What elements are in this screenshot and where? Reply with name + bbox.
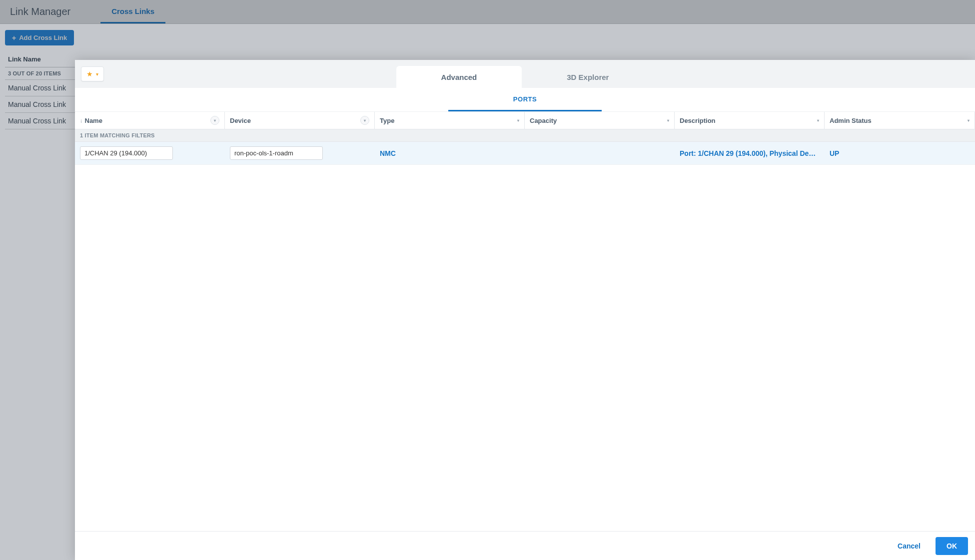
cell-description: Port: 1/CHAN 29 (194.000), Physical De… bbox=[675, 142, 825, 164]
col-header-name[interactable]: ↓ Name ▾ bbox=[75, 112, 225, 129]
table-row[interactable]: NMC Port: 1/CHAN 29 (194.000), Physical … bbox=[75, 142, 975, 165]
col-header-capacity[interactable]: Capacity ▾ bbox=[525, 112, 675, 129]
name-filter-input[interactable] bbox=[80, 146, 173, 160]
tab-advanced[interactable]: Advanced bbox=[396, 66, 522, 88]
favorites-button[interactable]: ★ ▾ bbox=[81, 66, 104, 81]
filter-summary-label: 1 ITEM MATCHING FILTERS bbox=[75, 129, 975, 141]
sort-ascending-icon: ↓ bbox=[80, 117, 83, 123]
type-value: NMC bbox=[380, 149, 396, 157]
column-menu-icon[interactable]: ▾ bbox=[667, 118, 669, 123]
col-capacity-label: Capacity bbox=[530, 117, 557, 124]
col-admin-label: Admin Status bbox=[830, 117, 872, 124]
cell-name bbox=[75, 142, 225, 164]
col-header-type[interactable]: Type ▾ bbox=[375, 112, 525, 129]
col-header-admin-status[interactable]: Admin Status ▾ bbox=[825, 112, 975, 129]
ports-grid: ↓ Name ▾ Device ▾ Type ▾ Capacity ▾ Desc… bbox=[75, 112, 975, 531]
subtab-ports[interactable]: PORTS bbox=[448, 88, 602, 111]
ok-button[interactable]: OK bbox=[936, 537, 968, 555]
col-description-label: Description bbox=[680, 117, 716, 124]
modal-footer: Cancel OK bbox=[75, 531, 975, 560]
grid-filter-summary: 1 ITEM MATCHING FILTERS bbox=[75, 129, 975, 142]
cancel-button[interactable]: Cancel bbox=[889, 537, 930, 555]
column-menu-icon[interactable]: ▾ bbox=[517, 118, 519, 123]
column-filter-icon[interactable]: ▾ bbox=[360, 116, 369, 125]
tab-3d-explorer-label: 3D Explorer bbox=[567, 73, 609, 81]
subtab-ports-label: PORTS bbox=[513, 95, 537, 103]
column-filter-icon[interactable]: ▾ bbox=[210, 116, 219, 125]
cell-capacity bbox=[525, 142, 675, 164]
cell-device bbox=[225, 142, 375, 164]
col-device-label: Device bbox=[230, 117, 251, 124]
tab-3d-explorer[interactable]: 3D Explorer bbox=[522, 66, 654, 88]
col-name-label: Name bbox=[85, 117, 102, 124]
column-menu-icon[interactable]: ▾ bbox=[968, 118, 970, 123]
modal-subtabs: PORTS bbox=[75, 88, 975, 112]
chevron-down-icon: ▾ bbox=[96, 71, 98, 77]
ok-label: OK bbox=[947, 542, 957, 550]
col-header-description[interactable]: Description ▾ bbox=[675, 112, 825, 129]
modal-topbar: ★ ▾ Advanced 3D Explorer bbox=[75, 60, 975, 88]
col-type-label: Type bbox=[380, 117, 394, 124]
star-icon: ★ bbox=[86, 70, 93, 78]
admin-status-value: UP bbox=[830, 149, 839, 157]
grid-header: ↓ Name ▾ Device ▾ Type ▾ Capacity ▾ Desc… bbox=[75, 112, 975, 129]
description-value: Port: 1/CHAN 29 (194.000), Physical De… bbox=[680, 149, 816, 157]
port-picker-modal: ★ ▾ Advanced 3D Explorer PORTS ↓ Name ▾ … bbox=[75, 60, 975, 560]
column-menu-icon[interactable]: ▾ bbox=[817, 118, 819, 123]
device-filter-input[interactable] bbox=[230, 146, 323, 160]
tab-advanced-label: Advanced bbox=[441, 73, 477, 81]
cell-type: NMC bbox=[375, 142, 525, 164]
cancel-label: Cancel bbox=[898, 542, 921, 550]
cell-admin-status: UP bbox=[825, 142, 975, 164]
modal-tabs: Advanced 3D Explorer bbox=[396, 66, 654, 88]
col-header-device[interactable]: Device ▾ bbox=[225, 112, 375, 129]
